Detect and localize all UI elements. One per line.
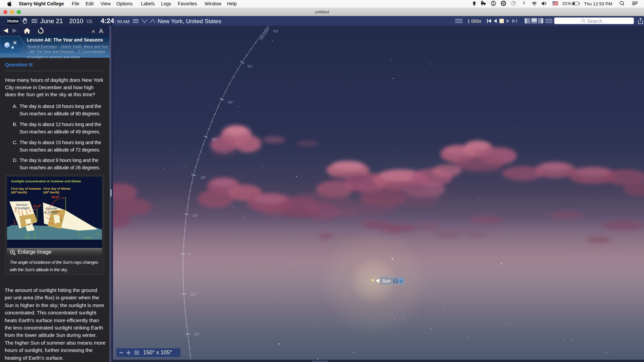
svg-text:First day of Winter: First day of Winter xyxy=(43,187,71,190)
svg-text:1.07: 1.07 xyxy=(24,236,31,239)
svg-text:m: m xyxy=(34,236,36,239)
svg-text:(450 North): (450 North) xyxy=(43,190,59,194)
svg-text:Direction: Direction xyxy=(16,203,28,206)
svg-text:31%: 31% xyxy=(562,1,571,6)
svg-text:of Sunlight: of Sunlight xyxy=(44,210,58,214)
svg-text:60°: 60° xyxy=(273,29,279,33)
svg-text:20°: 20° xyxy=(201,176,206,180)
svg-text:A: A xyxy=(92,29,95,34)
svg-text:30°: 30° xyxy=(212,137,217,141)
svg-text:(450 North): (450 North) xyxy=(11,190,27,194)
svg-text:-20°: -20° xyxy=(193,332,200,336)
svg-text:40°: 40° xyxy=(228,100,233,104)
svg-text:of Sunlight: of Sunlight xyxy=(15,206,29,210)
svg-text:A: A xyxy=(99,27,103,35)
svg-text:1: 1 xyxy=(492,2,494,5)
svg-text:Meridian: Meridian xyxy=(259,26,271,41)
svg-text:10°: 10° xyxy=(193,214,198,218)
svg-text:Thu 12:53 PM: Thu 12:53 PM xyxy=(584,1,612,6)
svg-text:Direction: Direction xyxy=(46,207,57,210)
svg-text:Sunlight concentration in Summ: Sunlight concentration in Summer and Win… xyxy=(11,179,81,183)
svg-text:2.73 m: 2.73 m xyxy=(83,236,93,239)
svg-text:-10°: -10° xyxy=(190,292,196,296)
svg-text:50°: 50° xyxy=(248,64,253,68)
svg-text:First day of Summer: First day of Summer xyxy=(11,187,41,190)
svg-text:0°: 0° xyxy=(188,252,192,256)
